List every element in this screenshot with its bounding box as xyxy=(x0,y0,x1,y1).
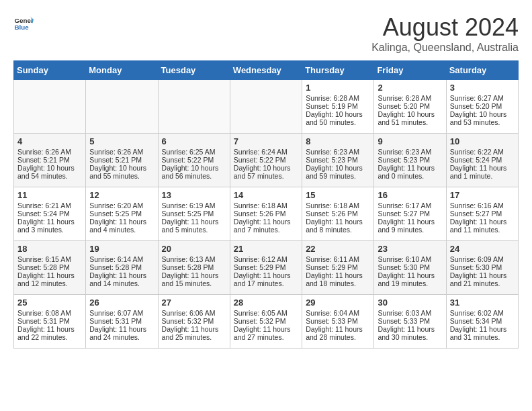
calendar-week-5: 25Sunrise: 6:08 AMSunset: 5:31 PMDayligh… xyxy=(14,295,519,349)
day-number: 15 xyxy=(306,190,370,200)
day-info: and 19 minutes. xyxy=(378,279,442,287)
day-info: Daylight: 11 hours xyxy=(306,271,370,279)
day-info: and 31 minutes. xyxy=(450,333,515,341)
day-info: Sunset: 5:31 PM xyxy=(17,317,82,325)
day-info: Sunrise: 6:13 AM xyxy=(162,255,226,263)
day-info: Sunrise: 6:18 AM xyxy=(234,201,298,210)
day-info: Daylight: 11 hours xyxy=(89,271,154,279)
calendar-cell: 28Sunrise: 6:05 AMSunset: 5:32 PMDayligh… xyxy=(230,295,302,349)
day-info: Sunrise: 6:27 AM xyxy=(450,94,515,102)
calendar-cell: 23Sunrise: 6:10 AMSunset: 5:30 PMDayligh… xyxy=(374,241,446,295)
calendar-cell: 11Sunrise: 6:21 AMSunset: 5:24 PMDayligh… xyxy=(14,187,86,241)
day-info: Daylight: 10 hours xyxy=(89,164,154,172)
day-info: Sunrise: 6:05 AM xyxy=(234,309,298,317)
day-number: 21 xyxy=(234,244,298,254)
day-number: 18 xyxy=(17,244,82,254)
calendar-cell: 22Sunrise: 6:11 AMSunset: 5:29 PMDayligh… xyxy=(302,241,374,295)
day-info: Daylight: 11 hours xyxy=(378,218,442,226)
day-info: Daylight: 11 hours xyxy=(450,325,515,333)
day-info: Daylight: 10 hours xyxy=(306,164,370,172)
day-info: Sunset: 5:29 PM xyxy=(234,263,298,271)
day-number: 10 xyxy=(450,136,515,146)
day-info: Daylight: 11 hours xyxy=(450,218,515,226)
weekday-header-row: Sunday Monday Tuesday Wednesday Thursday… xyxy=(14,61,519,80)
day-info: Sunrise: 6:15 AM xyxy=(17,255,82,263)
day-info: Daylight: 11 hours xyxy=(450,164,515,172)
day-number: 1 xyxy=(306,83,370,93)
day-number: 28 xyxy=(234,298,298,308)
calendar-cell: 27Sunrise: 6:06 AMSunset: 5:32 PMDayligh… xyxy=(158,295,230,349)
calendar-cell: 25Sunrise: 6:08 AMSunset: 5:31 PMDayligh… xyxy=(14,295,86,349)
day-info: and 25 minutes. xyxy=(162,333,226,341)
day-info: Sunset: 5:22 PM xyxy=(162,156,226,164)
day-info: and 24 minutes. xyxy=(89,333,154,341)
day-number: 14 xyxy=(234,190,298,200)
calendar-cell: 7Sunrise: 6:24 AMSunset: 5:22 PMDaylight… xyxy=(230,134,302,187)
calendar-cell: 9Sunrise: 6:23 AMSunset: 5:23 PMDaylight… xyxy=(374,134,446,187)
header-thursday: Thursday xyxy=(302,61,374,80)
day-info: and 55 minutes. xyxy=(89,172,154,180)
day-info: Sunrise: 6:03 AM xyxy=(378,309,442,317)
calendar-cell: 14Sunrise: 6:18 AMSunset: 5:26 PMDayligh… xyxy=(230,187,302,241)
day-number: 19 xyxy=(89,244,154,254)
day-info: Daylight: 11 hours xyxy=(306,218,370,226)
calendar-cell: 30Sunrise: 6:03 AMSunset: 5:33 PMDayligh… xyxy=(374,295,446,349)
calendar-cell: 15Sunrise: 6:18 AMSunset: 5:26 PMDayligh… xyxy=(302,187,374,241)
day-info: Sunrise: 6:28 AM xyxy=(306,94,370,102)
day-number: 17 xyxy=(450,190,515,200)
day-number: 13 xyxy=(162,190,226,200)
day-info: Sunset: 5:21 PM xyxy=(89,156,154,164)
day-info: Sunrise: 6:06 AM xyxy=(162,309,226,317)
day-info: Sunrise: 6:09 AM xyxy=(450,255,515,263)
day-info: Sunrise: 6:23 AM xyxy=(378,148,442,156)
day-info: Sunrise: 6:23 AM xyxy=(306,148,370,156)
calendar-cell xyxy=(86,80,158,134)
day-info: Daylight: 11 hours xyxy=(17,218,82,226)
calendar-cell: 29Sunrise: 6:04 AMSunset: 5:33 PMDayligh… xyxy=(302,295,374,349)
header-saturday: Saturday xyxy=(446,61,518,80)
day-number: 23 xyxy=(378,244,442,254)
day-number: 30 xyxy=(378,298,442,308)
calendar-cell xyxy=(230,80,302,134)
day-info: Sunset: 5:31 PM xyxy=(89,317,154,325)
day-info: Sunrise: 6:08 AM xyxy=(17,309,82,317)
day-info: and 3 minutes. xyxy=(17,226,82,234)
day-info: Sunrise: 6:02 AM xyxy=(450,309,515,317)
logo-icon: General Blue xyxy=(13,13,34,34)
day-info: Sunrise: 6:07 AM xyxy=(89,309,154,317)
day-info: Sunrise: 6:11 AM xyxy=(306,255,370,263)
day-info: Sunset: 5:24 PM xyxy=(17,210,82,218)
header-tuesday: Tuesday xyxy=(158,61,230,80)
day-info: and 18 minutes. xyxy=(306,279,370,287)
day-info: Daylight: 11 hours xyxy=(162,271,226,279)
day-info: Sunset: 5:30 PM xyxy=(378,263,442,271)
day-info: Sunset: 5:28 PM xyxy=(17,263,82,271)
day-info: Sunset: 5:29 PM xyxy=(306,263,370,271)
calendar-cell xyxy=(14,80,86,134)
calendar-cell: 3Sunrise: 6:27 AMSunset: 5:20 PMDaylight… xyxy=(446,80,518,134)
day-info: Sunset: 5:34 PM xyxy=(450,317,515,325)
calendar-week-4: 18Sunrise: 6:15 AMSunset: 5:28 PMDayligh… xyxy=(14,241,519,295)
day-info: and 27 minutes. xyxy=(234,333,298,341)
day-info: and 15 minutes. xyxy=(162,279,226,287)
day-info: Daylight: 11 hours xyxy=(17,325,82,333)
header: General Blue August 2024 Kalinga, Queens… xyxy=(13,13,519,54)
day-info: Sunrise: 6:19 AM xyxy=(162,201,226,210)
svg-text:Blue: Blue xyxy=(15,24,30,31)
day-info: Sunrise: 6:04 AM xyxy=(306,309,370,317)
day-info: Daylight: 11 hours xyxy=(378,325,442,333)
day-info: Sunrise: 6:26 AM xyxy=(17,148,82,156)
header-wednesday: Wednesday xyxy=(230,61,302,80)
day-number: 7 xyxy=(234,136,298,146)
calendar-cell: 8Sunrise: 6:23 AMSunset: 5:23 PMDaylight… xyxy=(302,134,374,187)
day-info: Sunrise: 6:26 AM xyxy=(89,148,154,156)
day-info: Sunset: 5:28 PM xyxy=(162,263,226,271)
day-info: Sunrise: 6:17 AM xyxy=(378,201,442,210)
day-info: Daylight: 11 hours xyxy=(378,164,442,172)
logo: General Blue xyxy=(13,13,34,34)
day-info: and 17 minutes. xyxy=(234,279,298,287)
day-info: Sunset: 5:24 PM xyxy=(450,156,515,164)
day-info: Daylight: 10 hours xyxy=(17,164,82,172)
day-info: Sunset: 5:25 PM xyxy=(89,210,154,218)
day-number: 16 xyxy=(378,190,442,200)
